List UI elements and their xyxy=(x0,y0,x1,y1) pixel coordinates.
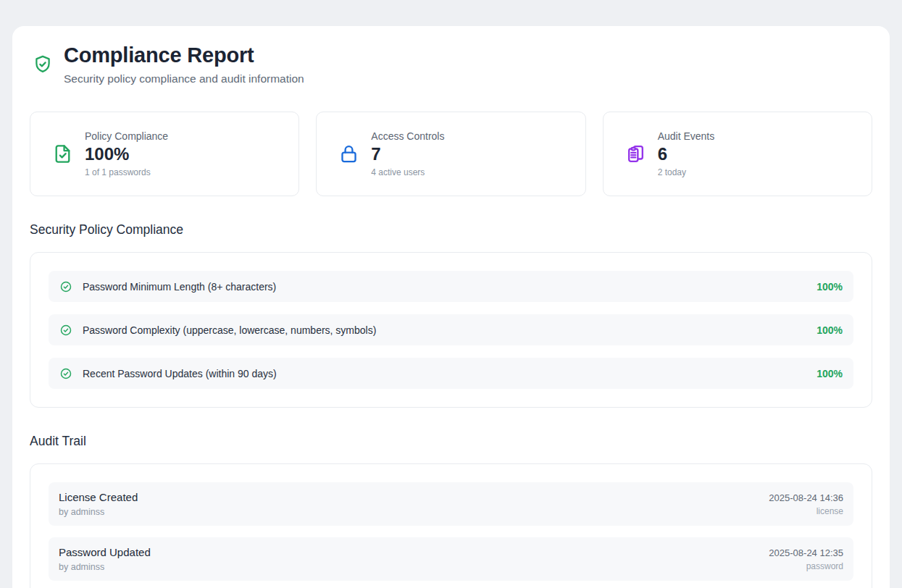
policy-rule-percentage: 100% xyxy=(817,368,843,379)
audit-event-action: Password Updated xyxy=(59,546,151,558)
policy-row-min-length: Password Minimum Length (8+ characters) … xyxy=(49,271,853,302)
stat-label: Audit Events xyxy=(658,130,715,142)
audit-event-left: Password Updated by adminss xyxy=(59,546,151,572)
audit-event-left: License Created by adminss xyxy=(59,491,138,517)
stat-subtext: 2 today xyxy=(658,167,715,177)
check-circle-icon xyxy=(59,280,72,293)
stat-label: Access Controls xyxy=(371,130,444,142)
report-header-text: Compliance Report Security policy compli… xyxy=(64,43,304,85)
stat-value: 6 xyxy=(658,144,715,164)
file-check-icon xyxy=(51,143,74,165)
audit-event-right: 2025-08-24 14:36 license xyxy=(769,492,843,516)
audit-event-type: password xyxy=(769,561,843,571)
policy-panel: Password Minimum Length (8+ characters) … xyxy=(30,252,872,408)
policy-row-complexity: Password Complexity (uppercase, lowercas… xyxy=(49,314,853,345)
audit-panel: License Created by adminss 2025-08-24 14… xyxy=(30,463,872,588)
policy-row-recent-updates: Recent Password Updates (within 90 days)… xyxy=(49,358,853,389)
audit-event-timestamp: 2025-08-24 12:35 xyxy=(769,547,843,558)
stat-card-audit-events: Audit Events 6 2 today xyxy=(603,112,872,196)
audit-row-password-updated: Password Updated by adminss 2025-08-24 1… xyxy=(49,537,853,581)
policy-rule-percentage: 100% xyxy=(817,324,843,336)
shield-check-icon xyxy=(32,54,54,75)
stat-value: 7 xyxy=(371,144,444,164)
report-header: Compliance Report Security policy compli… xyxy=(32,43,872,85)
stat-text: Audit Events 6 2 today xyxy=(658,130,715,177)
audit-event-action: License Created xyxy=(59,491,138,503)
stat-subtext: 4 active users xyxy=(371,167,444,177)
stat-subtext: 1 of 1 passwords xyxy=(85,167,168,177)
audit-event-actor: by adminss xyxy=(59,562,151,572)
stat-value: 100% xyxy=(85,144,168,164)
policy-section-title: Security Policy Compliance xyxy=(30,222,872,238)
audit-event-actor: by adminss xyxy=(59,507,138,517)
clipboard-list-icon xyxy=(625,143,647,165)
policy-rule-label: Password Minimum Length (8+ characters) xyxy=(83,281,817,293)
stat-text: Policy Compliance 100% 1 of 1 passwords xyxy=(85,130,168,177)
stats-row: Policy Compliance 100% 1 of 1 passwords … xyxy=(30,112,872,196)
policy-rule-label: Password Complexity (uppercase, lowercas… xyxy=(83,324,817,336)
stat-card-policy-compliance: Policy Compliance 100% 1 of 1 passwords xyxy=(30,112,299,196)
stat-card-access-controls: Access Controls 7 4 active users xyxy=(316,112,585,196)
audit-event-type: license xyxy=(769,506,843,516)
audit-section-title: Audit Trail xyxy=(30,434,872,449)
audit-row-license-created: License Created by adminss 2025-08-24 14… xyxy=(49,482,853,526)
audit-event-timestamp: 2025-08-24 14:36 xyxy=(769,492,843,503)
content-card: Compliance Report Security policy compli… xyxy=(12,26,890,588)
lock-icon xyxy=(338,143,360,165)
page-title: Compliance Report xyxy=(64,43,304,67)
policy-rule-percentage: 100% xyxy=(817,281,843,293)
stat-label: Policy Compliance xyxy=(85,130,168,142)
page-subtitle: Security policy compliance and audit inf… xyxy=(64,72,304,85)
check-circle-icon xyxy=(59,367,72,380)
check-circle-icon xyxy=(59,324,72,337)
policy-rule-label: Recent Password Updates (within 90 days) xyxy=(83,368,817,379)
audit-event-right: 2025-08-24 12:35 password xyxy=(769,547,843,571)
stat-text: Access Controls 7 4 active users xyxy=(371,130,444,177)
